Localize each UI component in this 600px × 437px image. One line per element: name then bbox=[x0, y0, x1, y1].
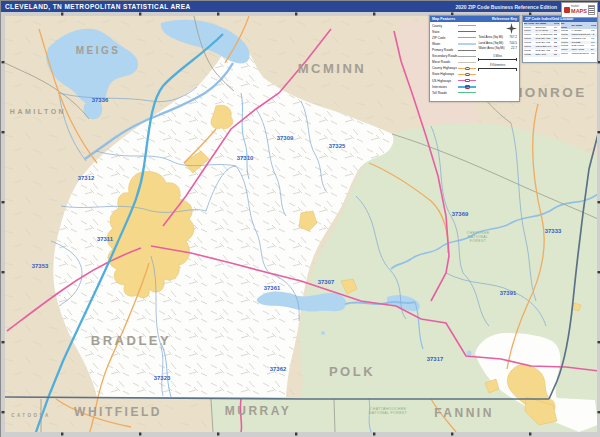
zip-index-row: 37325DELANOB3 bbox=[524, 53, 560, 57]
zip-label-37311: 37311 bbox=[97, 236, 114, 242]
zip-label-37309: 37309 bbox=[277, 135, 294, 141]
zip-index-row: 37391TURTLETOWNC5 bbox=[561, 52, 597, 56]
zip-label-37310: 37310 bbox=[237, 155, 254, 161]
county-label-bradley: BRADLEY bbox=[91, 333, 171, 348]
zip-index-table-left: ZIP CodeZIP NameGrid37307BENTONC437309CA… bbox=[524, 22, 560, 56]
zip-index-row: 37353MCDONALDC1 bbox=[561, 37, 597, 41]
edition-label: 2020 ZIP Code Business Reference Edition bbox=[455, 4, 557, 10]
zip-index-table-right: ZIP CodeZIP NameGrid37333FARNERC537336GE… bbox=[561, 22, 597, 56]
zip-label-37333: 37333 bbox=[545, 228, 562, 234]
zip-label-37307: 37307 bbox=[318, 279, 335, 285]
zip-label-37369: 37369 bbox=[452, 211, 469, 217]
logo-wordmark: marketMAPS bbox=[571, 6, 587, 14]
scale-bar: 8 Kilometers bbox=[478, 63, 517, 69]
zip-label-37312: 37312 bbox=[78, 175, 95, 181]
scale-bar: 5 Miles bbox=[478, 54, 517, 60]
county-label-monroe: MONROE bbox=[511, 85, 587, 100]
legend-subtitle: Reference Key bbox=[492, 17, 517, 22]
zip-label-37317: 37317 bbox=[427, 356, 444, 362]
zip-label-37353: 37353 bbox=[32, 263, 49, 269]
map-title: CLEVELAND, TN METROPOLITAN STATISTICAL A… bbox=[5, 3, 190, 10]
legend-item: Toll Roads bbox=[432, 90, 476, 96]
header-bar: CLEVELAND, TN METROPOLITAN STATISTICAL A… bbox=[1, 1, 600, 12]
compass-rose-icon bbox=[506, 23, 517, 34]
county-label-hamilton: HAMILTON bbox=[10, 108, 66, 115]
legend-title: Map Features bbox=[432, 17, 455, 22]
county-label-murray: MURRAY bbox=[225, 404, 292, 418]
zip-label-37391: 37391 bbox=[500, 290, 517, 296]
forest-label: CHEROKEENATIONALFOREST bbox=[467, 231, 490, 243]
county-label-meigs: MEIGS bbox=[76, 45, 121, 56]
zip-label-37336: 37336 bbox=[92, 97, 109, 103]
legend-stats: Total Area (Sq Mi)767.2Land Area (Sq Mi)… bbox=[478, 23, 517, 96]
logo-barcode-icon bbox=[588, 5, 595, 15]
zip-label-37362: 37362 bbox=[270, 366, 287, 372]
county-label-whitfield: WHITFIELD bbox=[74, 405, 162, 419]
zip-label-37323: 37323 bbox=[154, 375, 171, 381]
county-label-fannin: FANNIN bbox=[434, 406, 494, 420]
map-sheet: CLEVELAND, TN METROPOLITAN STATISTICAL A… bbox=[0, 0, 600, 437]
forest-label: CHATTAHOOCHEENATIONAL FOREST bbox=[369, 407, 408, 415]
legend-stat: Total Area (Sq Mi)767.2 bbox=[478, 35, 517, 39]
zip-index-box: ZIP Code Index/Grid Locator ZIP CodeZIP … bbox=[522, 15, 598, 63]
legend-items: CountyStateZIP CodeWaterPrimary RoadsSec… bbox=[432, 23, 476, 96]
county-label-polk: POLK bbox=[329, 364, 375, 379]
zip-label-37361: 37361 bbox=[264, 285, 281, 291]
publisher-logo: marketMAPS bbox=[561, 2, 598, 18]
logo-mark-icon bbox=[564, 7, 570, 13]
county-label-catoosa: CATOOSA bbox=[11, 413, 51, 418]
legend-box: Map Features Reference Key CountyStateZI… bbox=[429, 15, 520, 102]
zip-label-37325: 37325 bbox=[329, 143, 346, 149]
county-label-mcminn: MCMINN bbox=[298, 61, 366, 76]
legend-stat: Land Area (Sq Mi)744.5 bbox=[478, 41, 517, 45]
